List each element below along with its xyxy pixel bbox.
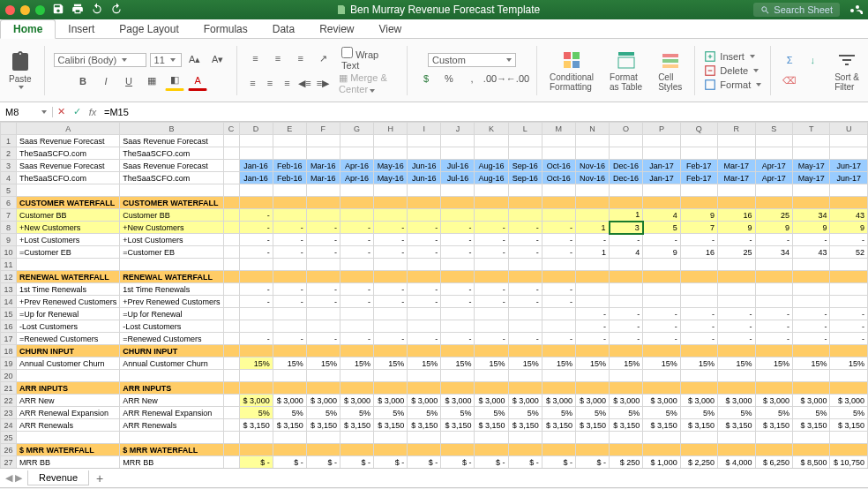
cell[interactable]: =Customer EB [120, 246, 223, 259]
cell[interactable] [273, 259, 306, 271]
cell[interactable]: Annual Customer Churn [120, 357, 223, 370]
cell[interactable]: $ 2,250 [680, 456, 717, 469]
cell[interactable] [643, 271, 680, 283]
cell[interactable] [793, 345, 830, 357]
cell[interactable] [830, 259, 868, 271]
cell[interactable]: - [575, 320, 609, 333]
cell[interactable] [273, 184, 306, 197]
cell[interactable] [120, 432, 223, 444]
cell[interactable] [374, 271, 408, 283]
cell[interactable]: - [643, 320, 680, 333]
cell[interactable]: RENEWAL WATERFALL [120, 271, 223, 283]
cell[interactable]: - [239, 296, 273, 308]
cell[interactable] [575, 345, 609, 357]
row-header[interactable]: 6 [1, 197, 17, 209]
col-header[interactable]: D [239, 123, 273, 135]
cell[interactable]: 15% [643, 357, 680, 370]
row-header[interactable]: 14 [1, 296, 17, 308]
cell[interactable]: - [680, 320, 717, 333]
cell[interactable] [755, 444, 792, 456]
cell[interactable] [680, 432, 717, 444]
cell[interactable]: - [441, 333, 475, 345]
cell[interactable] [643, 184, 680, 197]
cell[interactable]: - [643, 333, 680, 345]
cell[interactable] [239, 197, 273, 209]
cell[interactable] [718, 135, 755, 147]
cell[interactable]: - [680, 234, 717, 246]
cell[interactable] [542, 345, 575, 357]
cancel-formula-icon[interactable]: ✕ [53, 106, 69, 117]
cell[interactable] [340, 197, 373, 209]
cell[interactable]: Saas Revenue Forecast [120, 160, 223, 172]
percent-icon[interactable]: % [439, 69, 459, 88]
cell[interactable] [830, 432, 868, 444]
comma-icon[interactable]: , [462, 69, 482, 88]
cell[interactable] [718, 283, 755, 296]
cell[interactable]: $ 3,000 [306, 395, 340, 407]
cell[interactable] [542, 308, 575, 320]
cell[interactable]: $ 250 [610, 456, 643, 469]
align-right-icon[interactable]: ≡ [281, 73, 295, 93]
cell[interactable]: - [441, 283, 475, 296]
cell[interactable] [755, 259, 792, 271]
cell[interactable]: 15% [441, 357, 475, 370]
cell[interactable]: - [793, 333, 830, 345]
cell[interactable] [508, 135, 542, 147]
cell[interactable] [575, 135, 609, 147]
cell[interactable] [273, 147, 306, 160]
row-header[interactable]: 5 [1, 184, 17, 197]
row-header[interactable]: 26 [1, 444, 17, 456]
cell[interactable]: - [508, 234, 542, 246]
cell[interactable]: 15% [340, 357, 373, 370]
cell[interactable]: 4 [643, 209, 680, 222]
cell[interactable]: - [306, 222, 340, 234]
cell[interactable] [475, 432, 508, 444]
cell[interactable] [273, 308, 306, 320]
cell[interactable] [680, 370, 717, 382]
cell[interactable] [306, 345, 340, 357]
cell[interactable]: -Lost Customers [16, 320, 119, 333]
cell[interactable]: Apr-16 [340, 172, 373, 184]
cell[interactable]: $ 3,000 [680, 395, 717, 407]
cell[interactable]: - [475, 333, 508, 345]
cell[interactable] [793, 382, 830, 395]
tab-view[interactable]: View [366, 20, 414, 38]
cell[interactable]: $ - [542, 456, 575, 469]
cell[interactable] [830, 370, 868, 382]
fill-icon[interactable]: ↓ [803, 50, 822, 70]
cell[interactable] [680, 147, 717, 160]
decrease-decimal-icon[interactable]: ←.00 [508, 69, 528, 88]
cell[interactable] [374, 320, 408, 333]
cell[interactable]: $ 3,000 [643, 395, 680, 407]
col-header[interactable]: O [610, 123, 643, 135]
cell[interactable]: - [830, 320, 868, 333]
col-header[interactable]: T [793, 123, 830, 135]
cell-styles-button[interactable]: Cell Styles [655, 48, 685, 94]
cell[interactable]: Jun-16 [408, 160, 441, 172]
cell[interactable] [273, 432, 306, 444]
row-header[interactable]: 11 [1, 259, 17, 271]
currency-icon[interactable]: $ [416, 69, 436, 88]
cell[interactable] [223, 357, 239, 370]
cell[interactable] [273, 135, 306, 147]
cell[interactable]: Customer BB [120, 209, 223, 222]
row-header[interactable]: 7 [1, 209, 17, 222]
cell[interactable] [755, 147, 792, 160]
cell[interactable]: 5% [508, 407, 542, 419]
cell[interactable] [223, 135, 239, 147]
cell[interactable]: $ 3,150 [718, 419, 755, 432]
cell[interactable] [441, 135, 475, 147]
col-header[interactable]: A [16, 123, 119, 135]
conditional-formatting-button[interactable]: Conditional Formatting [546, 48, 597, 94]
row-header[interactable]: 20 [1, 370, 17, 382]
cell[interactable] [718, 370, 755, 382]
cell[interactable] [793, 197, 830, 209]
cell[interactable]: =Up for Renewal [120, 308, 223, 320]
cell[interactable] [306, 444, 340, 456]
cell[interactable]: 1 [610, 209, 643, 222]
cell[interactable] [340, 320, 373, 333]
save-icon[interactable] [52, 3, 64, 17]
cell[interactable]: Jan-17 [643, 160, 680, 172]
cell[interactable]: - [508, 296, 542, 308]
cell[interactable] [223, 320, 239, 333]
